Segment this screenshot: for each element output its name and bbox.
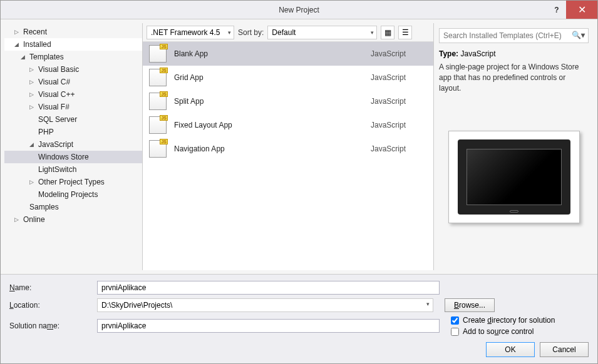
view-tiles-button[interactable]: ▦ — [381, 26, 394, 39]
template-item[interactable]: JSSplit AppJavaScript — [143, 89, 433, 113]
add-source-control-checkbox[interactable]: Add to source control — [451, 327, 589, 336]
template-name: Blank App — [174, 49, 363, 58]
category-samples[interactable]: Samples — [4, 201, 142, 213]
details-pane: 🔍▾ Type: JavaScript A single-page projec… — [434, 23, 594, 270]
category-vb[interactable]: ▷Visual Basic — [4, 63, 142, 76]
category-templates[interactable]: ◢Templates — [4, 51, 142, 63]
category-sidebar: ▷Recent ◢Installed ◢Templates ▷Visual Ba… — [4, 23, 142, 270]
template-lang: JavaScript — [371, 73, 427, 82]
template-name: Navigation App — [174, 144, 363, 153]
category-javascript[interactable]: ◢JavaScript — [4, 138, 142, 151]
category-cpp[interactable]: ▷Visual C++ — [4, 88, 142, 101]
template-preview — [448, 131, 580, 223]
search-icon[interactable]: 🔍▾ — [572, 31, 585, 39]
name-label: Name: — [9, 283, 91, 292]
template-icon: JS — [149, 93, 167, 110]
template-list: JSBlank AppJavaScriptJSGrid AppJavaScrip… — [143, 42, 433, 270]
category-modeling[interactable]: Modeling Projects — [4, 188, 142, 201]
template-description: A single-page project for a Windows Stor… — [439, 62, 589, 93]
template-lang: JavaScript — [371, 121, 427, 129]
dialog-title: New Project — [279, 6, 319, 14]
location-input[interactable] — [97, 298, 433, 312]
category-online[interactable]: ▷Online — [4, 213, 142, 226]
help-button[interactable]: ? — [547, 1, 566, 19]
template-icon: JS — [149, 116, 167, 134]
tablet-icon — [458, 139, 570, 215]
view-list-button[interactable]: ☰ — [398, 26, 412, 39]
category-other-types[interactable]: ▷Other Project Types — [4, 176, 142, 188]
sort-label: Sort by: — [238, 28, 264, 37]
category-sqlserver[interactable]: SQL Server — [4, 113, 142, 126]
template-name: Grid App — [174, 73, 363, 82]
template-lang: JavaScript — [371, 49, 427, 58]
template-name: Fixed Layout App — [174, 121, 363, 129]
title-bar: New Project ? ✕ — [1, 1, 597, 19]
template-icon: JS — [149, 140, 167, 158]
category-lightswitch[interactable]: LightSwitch — [4, 163, 142, 176]
template-item[interactable]: JSNavigation AppJavaScript — [143, 137, 433, 161]
form-area: Name: Location: Browse... Solution name:… — [1, 274, 597, 363]
solution-name-input[interactable] — [97, 319, 440, 333]
category-recent[interactable]: ▷Recent — [4, 26, 142, 38]
template-item[interactable]: JSFixed Layout AppJavaScript — [143, 113, 433, 137]
template-name: Split App — [174, 97, 363, 106]
template-item[interactable]: JSBlank AppJavaScript — [143, 42, 433, 66]
template-lang: JavaScript — [371, 97, 427, 106]
ok-button[interactable]: OK — [486, 342, 535, 357]
template-icon: JS — [149, 45, 167, 63]
category-windows-store[interactable]: Windows Store — [4, 151, 142, 163]
category-fsharp[interactable]: ▷Visual F# — [4, 101, 142, 113]
framework-combo[interactable]: .NET Framework 4.5 — [147, 26, 234, 39]
category-installed[interactable]: ◢Installed — [4, 38, 142, 51]
template-lang: JavaScript — [371, 144, 427, 153]
close-button[interactable]: ✕ — [566, 1, 597, 19]
cancel-button[interactable]: Cancel — [540, 342, 589, 357]
category-php[interactable]: PHP — [4, 126, 142, 138]
template-icon: JS — [149, 69, 167, 86]
browse-button[interactable]: Browse... — [445, 298, 495, 312]
create-directory-checkbox[interactable]: Create directory for solution — [451, 316, 589, 325]
name-input[interactable] — [97, 281, 440, 295]
location-label: Location: — [9, 301, 91, 310]
sort-combo[interactable]: Default — [267, 26, 377, 39]
solution-name-label: Solution name: — [9, 321, 91, 330]
template-item[interactable]: JSGrid AppJavaScript — [143, 66, 433, 89]
search-input[interactable] — [439, 28, 589, 43]
template-toolbar: .NET Framework 4.5 Sort by: Default ▦ ☰ — [143, 23, 433, 42]
category-csharp[interactable]: ▷Visual C# — [4, 76, 142, 88]
type-label: Type: JavaScript — [439, 49, 589, 58]
